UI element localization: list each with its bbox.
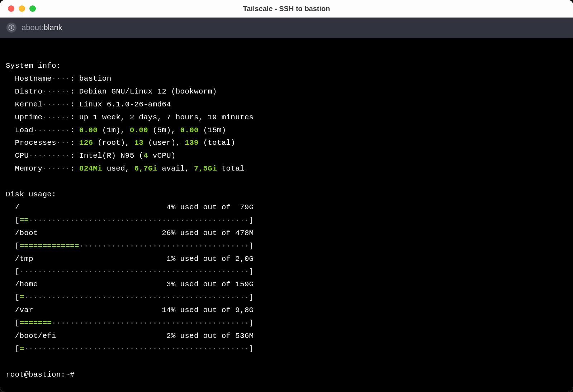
url-bar[interactable]: about:blank: [0, 18, 573, 38]
shell-prompt[interactable]: root@bastion:~#: [6, 371, 79, 379]
window-title: Tailscale - SSH to bastion: [0, 5, 573, 13]
url-path: blank: [43, 23, 62, 32]
svg-point-2: [11, 26, 12, 27]
window-controls: [0, 5, 36, 12]
app-window: Tailscale - SSH to bastion about:blank S…: [0, 0, 573, 392]
zoom-icon[interactable]: [29, 5, 36, 12]
url-text: about:blank: [22, 23, 62, 32]
titlebar: Tailscale - SSH to bastion: [0, 0, 573, 18]
info-icon: [6, 23, 16, 33]
minimize-icon[interactable]: [19, 5, 25, 12]
terminal-output[interactable]: System info: Hostname····: bastion Distr…: [0, 38, 573, 392]
close-icon[interactable]: [8, 5, 14, 12]
url-scheme: about:: [22, 23, 43, 32]
